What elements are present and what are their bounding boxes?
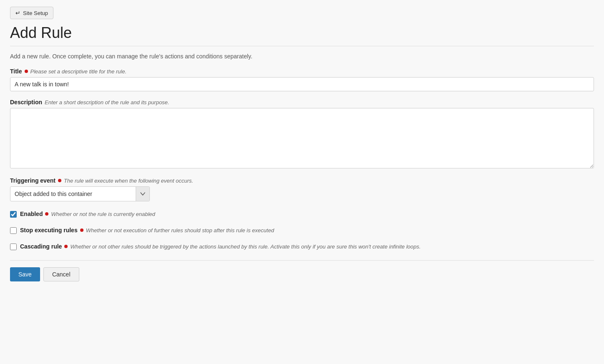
description-textarea[interactable] — [10, 108, 594, 168]
cascading-checkbox-row: Cascading rule Whether or not other rule… — [10, 241, 594, 252]
cascading-label[interactable]: Cascading rule — [20, 243, 62, 250]
triggering-event-label: Triggering event — [10, 177, 56, 184]
enabled-checkbox-row: Enabled Whether or not the rule is curre… — [10, 209, 594, 219]
description-field-group: Description Enter a short description of… — [10, 99, 594, 170]
enabled-required-dot — [45, 212, 48, 216]
triggering-event-select-wrapper: Object added to this container Object mo… — [10, 186, 150, 201]
stop-executing-label-area: Stop executing rules Whether or not exec… — [20, 227, 274, 233]
enabled-label-area: Enabled Whether or not the rule is curre… — [20, 211, 155, 217]
description-label-row: Description Enter a short description of… — [10, 99, 594, 105]
chevron-down-icon — [140, 191, 145, 196]
triggering-event-field-group: Triggering event The rule will execute w… — [10, 177, 594, 201]
enabled-checkbox[interactable] — [10, 211, 17, 218]
stop-executing-checkbox-row: Stop executing rules Whether or not exec… — [10, 225, 594, 236]
select-arrow-button[interactable] — [136, 187, 149, 201]
enabled-hint: Whether or not the rule is currently ena… — [51, 211, 155, 217]
title-hint: Please set a descriptive title for the r… — [30, 68, 127, 75]
action-buttons: Save Cancel — [10, 267, 594, 281]
bottom-divider — [10, 260, 594, 261]
enabled-label[interactable]: Enabled — [20, 211, 43, 217]
title-label: Title — [10, 68, 22, 75]
stop-executing-checkbox[interactable] — [10, 227, 17, 234]
stop-executing-hint: Whether or not execution of further rule… — [86, 227, 274, 233]
title-field-group: Title Please set a descriptive title for… — [10, 68, 594, 91]
title-divider — [10, 46, 594, 46]
cascading-checkbox[interactable] — [10, 244, 17, 250]
description-hint: Enter a short description of the rule an… — [45, 99, 169, 105]
triggering-event-required-dot — [58, 179, 61, 182]
cascading-required-dot — [64, 245, 68, 248]
cancel-button[interactable]: Cancel — [43, 267, 79, 281]
page-title: Add Rule — [10, 24, 594, 42]
title-required-dot — [25, 70, 28, 73]
description-label: Description — [10, 99, 42, 105]
title-input[interactable] — [10, 77, 594, 91]
cascading-label-area: Cascading rule Whether or not other rule… — [20, 243, 421, 250]
stop-executing-required-dot — [80, 228, 83, 232]
cascading-hint: Whether or not other rules should be tri… — [70, 244, 421, 250]
return-icon: ↵ — [15, 10, 20, 16]
page-container: ↵ Site Setup Add Rule Add a new rule. On… — [0, 0, 604, 364]
stop-executing-label[interactable]: Stop executing rules — [20, 227, 78, 233]
save-button[interactable]: Save — [10, 267, 40, 281]
triggering-event-select[interactable]: Object added to this container Object mo… — [10, 187, 136, 201]
triggering-event-hint: The rule will execute when the following… — [64, 178, 193, 184]
page-description: Add a new rule. Once complete, you can m… — [10, 53, 594, 60]
breadcrumb-label: Site Setup — [23, 10, 48, 16]
title-label-row: Title Please set a descriptive title for… — [10, 68, 594, 75]
site-setup-breadcrumb[interactable]: ↵ Site Setup — [10, 7, 53, 19]
triggering-event-label-row: Triggering event The rule will execute w… — [10, 177, 594, 184]
